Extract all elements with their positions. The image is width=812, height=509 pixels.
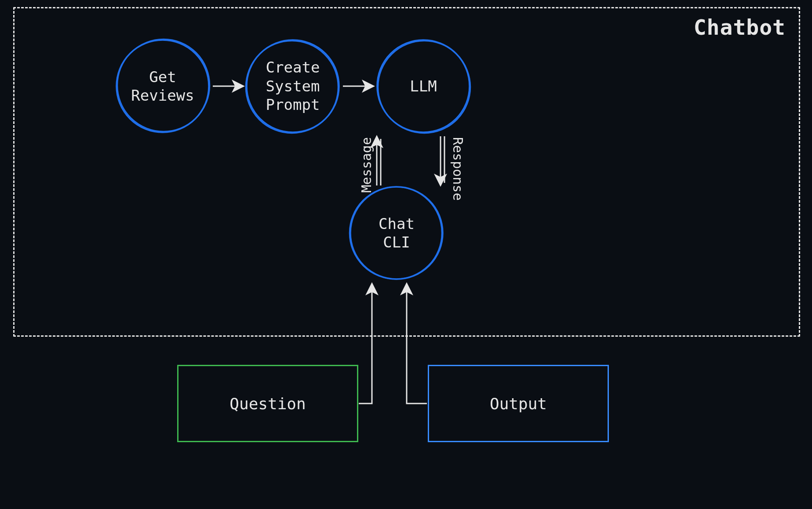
box-output: Output — [428, 365, 609, 442]
edge-label-message: Message — [359, 137, 374, 193]
box-label: Question — [229, 395, 306, 413]
node-get-reviews: Get Reviews — [114, 38, 211, 135]
node-label: Get Reviews — [131, 68, 194, 105]
box-question: Question — [177, 365, 358, 442]
diagram-canvas: Chatbot Get Reviews Create System Prompt… — [0, 0, 812, 509]
node-create-system-prompt: Create System Prompt — [244, 38, 341, 135]
node-label: LLM — [410, 77, 437, 96]
node-llm: LLM — [375, 38, 472, 135]
container-title: Chatbot — [694, 15, 786, 40]
node-label: Create System Prompt — [266, 58, 320, 114]
edge-label-response: Response — [450, 137, 466, 201]
box-label: Output — [490, 395, 547, 413]
node-chat-cli: Chat CLI — [348, 185, 445, 281]
node-label: Chat CLI — [379, 215, 415, 252]
